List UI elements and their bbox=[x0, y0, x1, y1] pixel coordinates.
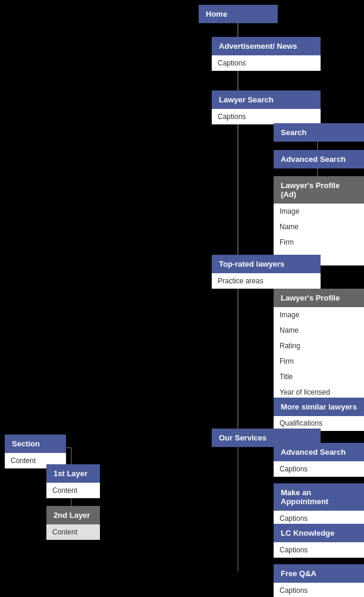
lp-title: Title bbox=[274, 369, 364, 385]
advanced-search2-node: Advanced Search Captions bbox=[274, 443, 364, 477]
top-rated-label: Top-rated lawyers bbox=[212, 255, 321, 273]
top-rated-node: Top-rated lawyers Practice areas bbox=[212, 255, 321, 289]
profile-ad-image: Image bbox=[274, 204, 364, 219]
profile-ad-name: Name bbox=[274, 219, 364, 235]
advanced-search-label: Advanced Search bbox=[274, 150, 364, 168]
lp-name: Name bbox=[274, 323, 364, 338]
advertisement-label: Advertisement/ News bbox=[212, 37, 321, 55]
lp-image: Image bbox=[274, 307, 364, 323]
search-label: Search bbox=[274, 123, 364, 142]
lawyer-profile-label: Lawyer's Profile bbox=[274, 289, 364, 307]
lawyer-profile-ad-node: Lawyer's Profile (Ad) Image Name Firm Ra… bbox=[274, 176, 364, 265]
first-layer-node: 1st Layer Content bbox=[46, 464, 100, 498]
advanced-search-node: Advanced Search bbox=[274, 150, 364, 168]
section-node: Section Content bbox=[5, 435, 66, 468]
practice-areas: Practice areas bbox=[212, 273, 321, 289]
free-qa-label: Free Q&A bbox=[274, 564, 364, 583]
second-layer-label: 2nd Layer bbox=[46, 506, 100, 524]
section-label: Section bbox=[5, 435, 66, 453]
free-qa-node: Free Q&A Captions bbox=[274, 564, 364, 597]
lc-captions: Captions bbox=[274, 542, 364, 558]
first-layer-content: Content bbox=[46, 483, 100, 498]
make-appointment-label: Make an Appointment bbox=[274, 483, 364, 511]
second-layer-node: 2nd Layer Content bbox=[46, 506, 100, 540]
home-label: Home bbox=[199, 5, 278, 23]
as-captions: Captions bbox=[274, 461, 364, 477]
first-layer-label: 1st Layer bbox=[46, 464, 100, 483]
make-appointment-node: Make an Appointment Captions bbox=[274, 483, 364, 526]
more-similar-node: More similar lawyers bbox=[274, 398, 364, 416]
fq-captions: Captions bbox=[274, 583, 364, 597]
ls-captions: Captions bbox=[212, 109, 321, 124]
lp-rating: Rating bbox=[274, 338, 364, 354]
search-node: Search bbox=[274, 123, 364, 142]
advanced-search2-label: Advanced Search bbox=[274, 443, 364, 461]
home-node: Home bbox=[199, 5, 278, 23]
second-layer-content: Content bbox=[46, 524, 100, 540]
advertisement-node: Advertisement/ News Captions bbox=[212, 37, 321, 71]
more-similar-label: More similar lawyers bbox=[274, 398, 364, 416]
ad-captions: Captions bbox=[212, 55, 321, 71]
lc-knowledge-node: LC Knowledge Captions bbox=[274, 524, 364, 558]
lawyer-search-label: Lawyer Search bbox=[212, 90, 321, 109]
lp-firm: Firm bbox=[274, 354, 364, 369]
lc-knowledge-label: LC Knowledge bbox=[274, 524, 364, 542]
lawyer-profile-ad-label: Lawyer's Profile (Ad) bbox=[274, 176, 364, 204]
profile-ad-firm: Firm bbox=[274, 235, 364, 250]
lawyer-search-node: Lawyer Search Captions bbox=[212, 90, 321, 124]
